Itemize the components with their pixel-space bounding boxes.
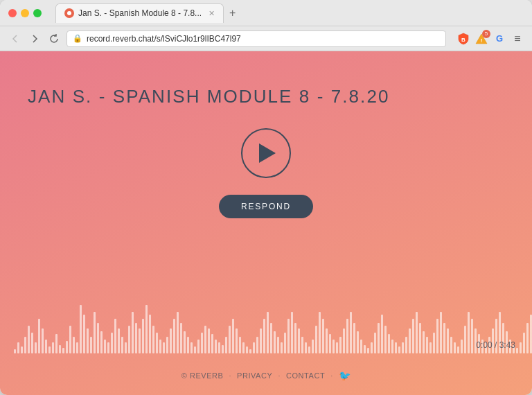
title-bar: Jan S. - Spanish Module 8 - 7.8... ✕ + [0, 0, 532, 26]
waveform-bar [315, 326, 317, 353]
footer-privacy-link[interactable]: PRIVACY [237, 371, 272, 380]
waveform-bar [281, 342, 283, 353]
close-tab-button[interactable]: ✕ [209, 9, 215, 18]
lock-icon: 🔒 [73, 34, 82, 43]
waveform-bar [145, 305, 148, 353]
waveform-bar [294, 323, 296, 353]
waveform-bar [69, 326, 71, 353]
waveform-bar [447, 328, 449, 353]
waveform-bar [62, 348, 64, 353]
waveform-bar [260, 328, 262, 353]
waveform-bar [190, 342, 193, 353]
waveform-bar [339, 337, 342, 353]
footer-separator-2: · [278, 371, 281, 380]
waveform-bar [222, 345, 224, 353]
waveform[interactable] [0, 298, 532, 353]
waveform-bar [97, 323, 99, 353]
waveform-bar [516, 348, 518, 353]
waveform-bar [55, 334, 57, 353]
translate-icon[interactable]: G [493, 33, 506, 45]
waveform-bar [253, 342, 255, 353]
waveform-bar [301, 337, 303, 353]
waveform-bar [111, 333, 113, 353]
address-bar[interactable]: 🔒 record.reverb.chat/s/lSviCJlo1r9lIBC47… [66, 30, 446, 47]
waveform-bar [218, 342, 220, 353]
tab-favicon [64, 8, 74, 18]
waveform-bar [364, 345, 366, 353]
respond-button[interactable]: RESPOND [219, 195, 313, 218]
waveform-bar [353, 323, 355, 353]
waveform-bar [457, 346, 459, 353]
waveform-bar [357, 331, 359, 353]
waveform-bar [433, 333, 435, 353]
waveform-bar [319, 312, 321, 353]
waveform-bar [371, 342, 373, 353]
waveform-bar [343, 328, 345, 353]
waveform-bar [159, 340, 161, 353]
maximize-button[interactable] [33, 9, 42, 17]
svg-text:B: B [461, 36, 466, 42]
browser-extensions: B ! 5 G ≡ [457, 33, 524, 45]
tab-title: Jan S. - Spanish Module 8 - 7.8... [78, 8, 202, 18]
waveform-bar [246, 346, 248, 353]
waveform-bar [336, 342, 338, 353]
waveform-bar [24, 337, 26, 353]
waveform-bar [14, 349, 16, 353]
waveform-bar [443, 323, 445, 353]
traffic-lights [8, 9, 42, 17]
brave-shield-icon[interactable]: B [457, 33, 470, 45]
waveform-bar [436, 319, 438, 353]
waveform-bar [28, 326, 30, 353]
waveform-bar [170, 328, 172, 353]
waveform-bar [287, 319, 290, 353]
waveform-bar [232, 319, 234, 353]
page-content: JAN S. - SPANISH MODULE 8 - 7.8.20 RESPO… [0, 51, 532, 395]
waveform-bar [125, 342, 127, 353]
waveform-bar [367, 348, 369, 353]
waveform-bar [305, 342, 307, 353]
active-tab[interactable]: Jan S. - Spanish Module 8 - 7.8... ✕ [55, 3, 224, 23]
waveform-bar [17, 342, 19, 353]
waveform-bar [21, 346, 23, 353]
url-text: record.reverb.chat/s/lSviCJlo1r9lIBC47l9… [87, 34, 241, 44]
waveform-bar [360, 340, 362, 353]
waveform-bar [256, 337, 258, 353]
waveform-bar [350, 312, 352, 353]
waveform-bar [426, 337, 428, 353]
waveform-bar [163, 342, 165, 353]
waveform-bar [440, 312, 442, 353]
waveform-bar [45, 340, 47, 353]
waveform-bar [416, 312, 418, 353]
waveform-bar [381, 315, 383, 353]
nav-bar: 🔒 record.reverb.chat/s/lSviCJlo1r9lIBC47… [0, 26, 532, 51]
footer-contact-link[interactable]: CONTACT [286, 371, 325, 380]
waveform-bar [184, 331, 186, 353]
waveform-bar [128, 326, 130, 353]
waveform-bar [211, 334, 213, 353]
waveform-bar [454, 342, 456, 353]
waveform-bar [104, 340, 106, 353]
waveform-bar [177, 312, 179, 353]
waveform-bar [229, 326, 231, 353]
twitter-icon[interactable]: 🐦 [339, 370, 351, 381]
reload-button[interactable] [47, 32, 61, 46]
waveform-bar [471, 319, 473, 353]
alert-icon[interactable]: ! 5 [475, 33, 488, 45]
back-button[interactable] [8, 32, 22, 46]
waveform-bar [402, 342, 404, 353]
forward-button[interactable] [28, 32, 42, 46]
waveform-bar [59, 345, 61, 353]
waveform-bar [156, 333, 158, 353]
minimize-button[interactable] [21, 9, 29, 17]
new-tab-button[interactable]: + [227, 8, 238, 19]
close-button[interactable] [8, 9, 17, 17]
waveform-bar [388, 334, 390, 353]
alert-badge: 5 [482, 30, 490, 38]
waveform-bar [80, 305, 82, 353]
play-button[interactable] [241, 128, 291, 178]
waveform-bar [90, 337, 92, 353]
waveform-bar [180, 323, 182, 353]
waveform-bar [38, 319, 40, 353]
waveform-bar [114, 319, 116, 353]
menu-icon[interactable]: ≡ [511, 33, 524, 45]
